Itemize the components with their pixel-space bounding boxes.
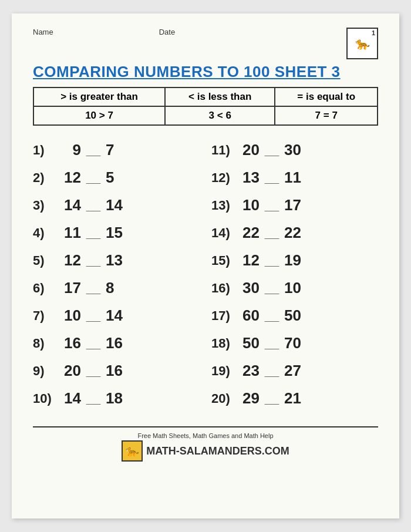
problem-item: 18) 50 __ 70	[211, 329, 378, 357]
answer-blank[interactable]: __	[263, 143, 281, 158]
name-date-row: Name Date	[33, 28, 175, 36]
number-b: 18	[106, 389, 127, 408]
answer-blank[interactable]: __	[263, 391, 281, 406]
number-b: 5	[106, 169, 127, 187]
problem-number: 8)	[33, 336, 56, 351]
number-a: 60	[238, 307, 260, 325]
problem-item: 17) 60 __ 50	[211, 302, 378, 329]
problem-number: 13)	[211, 198, 235, 213]
number-a: 14	[60, 389, 81, 408]
problem-number: 1)	[33, 143, 56, 158]
legend-greater-example: 10 > 7	[33, 106, 165, 125]
footer-icon: 🐆	[122, 440, 143, 462]
worksheet-page: Name Date 🐆 1 COMPARING NUMBERS TO 100 S…	[12, 14, 399, 518]
number-b: 30	[284, 141, 305, 159]
footer-site: MATH-SALAMANDERS.COM	[146, 445, 289, 457]
problem-item: 16) 30 __ 10	[211, 274, 378, 302]
answer-blank[interactable]: __	[85, 198, 102, 213]
number-a: 29	[238, 389, 260, 408]
number-a: 10	[238, 196, 260, 214]
problem-item: 10) 14 __ 18	[33, 385, 200, 412]
problem-item: 15) 12 __ 19	[211, 247, 378, 274]
problem-item: 7) 10 __ 14	[33, 302, 200, 329]
problem-item: 4) 11 __ 15	[33, 219, 200, 247]
problem-number: 2)	[33, 170, 56, 186]
answer-blank[interactable]: __	[85, 170, 102, 186]
number-b: 19	[284, 251, 305, 270]
problem-item: 1) 9 __ 7	[33, 136, 200, 164]
date-label: Date	[159, 28, 175, 36]
number-b: 22	[284, 224, 305, 242]
problem-number: 15)	[211, 253, 235, 268]
number-b: 14	[106, 307, 127, 325]
number-b: 13	[106, 251, 127, 270]
number-a: 11	[60, 224, 81, 242]
problem-item: 8) 16 __ 16	[33, 329, 200, 357]
answer-blank[interactable]: __	[85, 143, 102, 158]
problem-item: 9) 20 __ 16	[33, 357, 200, 385]
number-b: 8	[106, 279, 127, 297]
answer-blank[interactable]: __	[85, 391, 102, 406]
answer-blank[interactable]: __	[263, 363, 281, 379]
number-b: 50	[284, 307, 305, 325]
footer-tagline: Free Math Sheets, Math Games and Math He…	[137, 432, 273, 439]
problem-number: 19)	[211, 363, 235, 379]
problem-item: 6) 17 __ 8	[33, 274, 200, 302]
answer-blank[interactable]: __	[263, 225, 281, 241]
number-a: 22	[238, 224, 260, 242]
problem-number: 14)	[211, 225, 235, 241]
number-a: 14	[60, 196, 81, 214]
number-b: 17	[284, 196, 305, 214]
problem-number: 6)	[33, 281, 56, 296]
page-title: COMPARING NUMBERS TO 100 SHEET 3	[33, 63, 378, 81]
answer-blank[interactable]: __	[263, 170, 281, 186]
number-b: 15	[106, 224, 127, 242]
problem-number: 11)	[211, 143, 235, 158]
problem-number: 18)	[211, 336, 235, 351]
answer-blank[interactable]: __	[263, 253, 281, 268]
problem-item: 11) 20 __ 30	[211, 136, 378, 164]
legend-equal-example: 7 = 7	[275, 106, 378, 125]
number-a: 10	[60, 307, 81, 325]
problem-number: 10)	[33, 391, 56, 406]
problem-item: 19) 23 __ 27	[211, 357, 378, 385]
number-a: 13	[238, 169, 260, 187]
number-a: 50	[238, 334, 260, 352]
number-b: 27	[284, 362, 305, 380]
answer-blank[interactable]: __	[263, 308, 281, 324]
problem-item: 13) 10 __ 17	[211, 191, 378, 219]
legend-equal-header: = is equal to	[275, 87, 378, 106]
number-a: 12	[60, 169, 81, 187]
problem-item: 3) 14 __ 14	[33, 191, 200, 219]
header: Name Date 🐆 1	[33, 28, 378, 59]
answer-blank[interactable]: __	[85, 336, 102, 351]
problem-number: 5)	[33, 253, 56, 268]
legend-less-header: < is less than	[165, 87, 275, 106]
number-a: 12	[60, 251, 81, 270]
problem-item: 12) 13 __ 11	[211, 164, 378, 191]
problems-left-col: 1) 9 __ 7 2) 12 __ 5 3) 14 __ 14 4) 11 _…	[33, 136, 200, 412]
answer-blank[interactable]: __	[85, 225, 102, 241]
problem-number: 20)	[211, 391, 235, 406]
answer-blank[interactable]: __	[263, 281, 281, 296]
answer-blank[interactable]: __	[85, 253, 102, 268]
answer-blank[interactable]: __	[85, 308, 102, 324]
name-label: Name	[33, 28, 53, 36]
problems-right-col: 11) 20 __ 30 12) 13 __ 11 13) 10 __ 17 1…	[211, 136, 378, 412]
number-b: 11	[284, 169, 305, 187]
number-b: 16	[106, 362, 127, 380]
number-b: 16	[106, 334, 127, 352]
number-a: 12	[238, 251, 260, 270]
number-a: 20	[238, 141, 260, 159]
number-a: 20	[60, 362, 81, 380]
problem-number: 17)	[211, 308, 235, 324]
number-a: 30	[238, 279, 260, 297]
number-b: 14	[106, 196, 127, 214]
answer-blank[interactable]: __	[85, 281, 102, 296]
answer-blank[interactable]: __	[263, 198, 281, 213]
problem-number: 12)	[211, 170, 235, 186]
answer-blank[interactable]: __	[85, 363, 102, 379]
problems-grid: 1) 9 __ 7 2) 12 __ 5 3) 14 __ 14 4) 11 _…	[33, 136, 378, 412]
number-b: 10	[284, 279, 305, 297]
answer-blank[interactable]: __	[263, 336, 281, 351]
